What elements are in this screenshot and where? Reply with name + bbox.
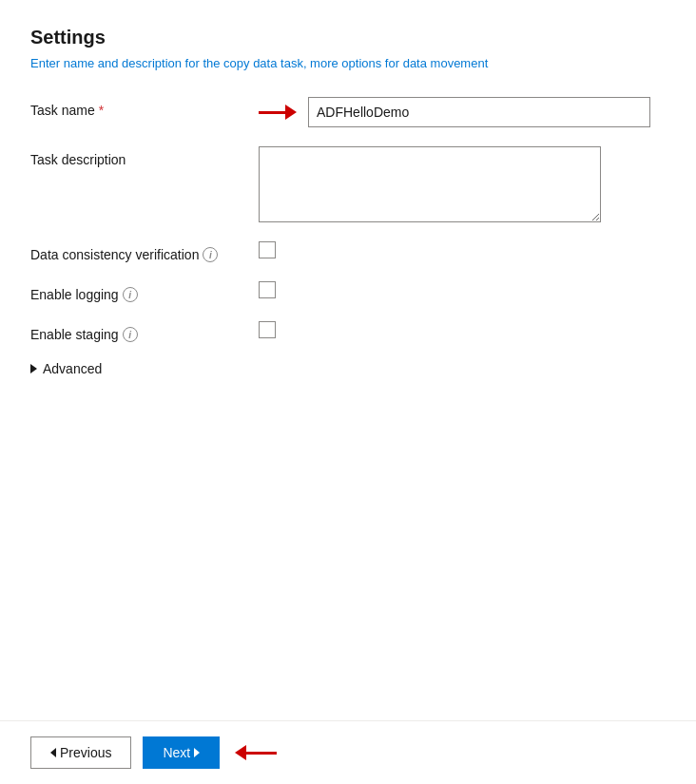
- advanced-label: Advanced: [43, 361, 102, 376]
- footer-bar: Previous Next: [0, 720, 696, 784]
- previous-chevron-icon: [50, 748, 56, 757]
- enable-logging-row: Enable logging i: [30, 281, 666, 302]
- enable-logging-label: Enable logging i: [30, 281, 259, 302]
- enable-logging-checkbox[interactable]: [259, 281, 276, 298]
- task-name-input[interactable]: [308, 97, 650, 127]
- settings-page: Settings Enter name and description for …: [0, 0, 696, 784]
- enable-staging-control-area: [259, 321, 666, 338]
- enable-staging-checkbox[interactable]: [259, 321, 276, 338]
- enable-logging-info-icon[interactable]: i: [123, 287, 138, 302]
- advanced-section[interactable]: Advanced: [30, 361, 666, 376]
- data-consistency-checkbox[interactable]: [259, 241, 276, 258]
- footer-arrow-head: [235, 745, 246, 760]
- task-name-control-area: [259, 97, 666, 127]
- task-name-row: Task name *: [30, 97, 666, 127]
- footer-arrow-indicator: [235, 745, 277, 760]
- data-consistency-row: Data consistency verification i: [30, 241, 666, 262]
- enable-staging-label: Enable staging i: [30, 321, 259, 342]
- arrow-right-icon: [285, 105, 297, 120]
- task-name-label: Task name *: [30, 97, 259, 118]
- footer-arrow-shaft: [246, 752, 277, 755]
- content-area: Settings Enter name and description for …: [0, 0, 696, 720]
- next-chevron-icon: [194, 748, 200, 757]
- advanced-chevron-icon: [30, 364, 37, 373]
- page-subtitle: Enter name and description for the copy …: [30, 56, 666, 70]
- task-description-input[interactable]: [259, 146, 601, 222]
- task-description-label: Task description: [30, 146, 259, 167]
- next-button[interactable]: Next: [143, 736, 220, 769]
- enable-staging-row: Enable staging i: [30, 321, 666, 342]
- page-title: Settings: [30, 27, 666, 48]
- task-description-row: Task description: [30, 146, 666, 222]
- arrow-shaft: [259, 111, 285, 114]
- enable-staging-info-icon[interactable]: i: [123, 327, 138, 342]
- task-description-control-area: [259, 146, 666, 222]
- arrow-indicator: [259, 105, 297, 120]
- data-consistency-control-area: [259, 241, 666, 258]
- required-indicator: *: [99, 103, 104, 118]
- enable-logging-control-area: [259, 281, 666, 298]
- data-consistency-label: Data consistency verification i: [30, 241, 259, 262]
- data-consistency-info-icon[interactable]: i: [203, 247, 218, 262]
- previous-button[interactable]: Previous: [30, 736, 131, 769]
